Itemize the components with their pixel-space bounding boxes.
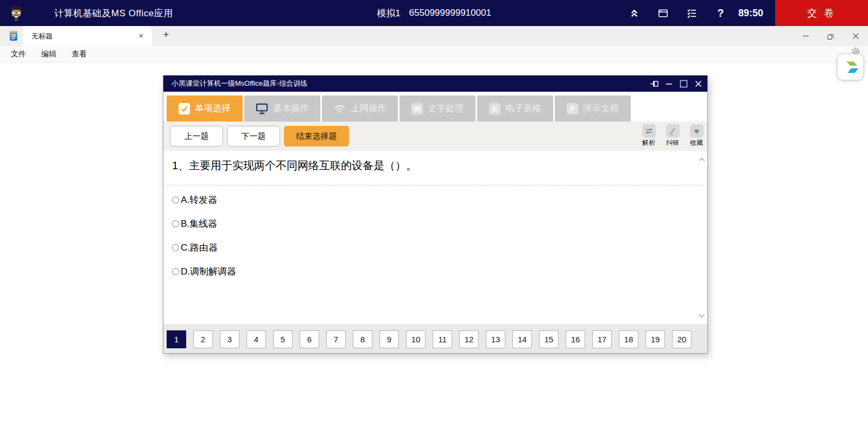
question-text: 1、主要用于实现两个不同网络互联的设备是（）。 xyxy=(163,151,707,174)
menu-edit[interactable]: 编辑 xyxy=(34,47,64,61)
question-nav-toolbar: 上一题 下一题 结束选择题 解析 xyxy=(163,122,707,151)
notepad-tabstrip: 无标题 × + xyxy=(0,26,868,46)
question-grid-cell[interactable]: 8 xyxy=(353,330,372,348)
menu-file[interactable]: 文件 xyxy=(3,47,34,61)
notepad-tab-title: 无标题 xyxy=(31,31,53,41)
notepad-tab[interactable]: 无标题 × xyxy=(23,26,152,46)
heart-icon xyxy=(690,124,704,138)
dialog-title-actions xyxy=(649,79,707,88)
question-grid-cell[interactable]: 2 xyxy=(193,330,213,348)
option-label: D.调制解调器 xyxy=(181,265,236,278)
radio-icon[interactable] xyxy=(172,220,179,227)
exam-session-info: 模拟1 6550999999910001 xyxy=(377,0,491,26)
tab-label: 单项选择 xyxy=(195,103,231,114)
option-label: B.集线器 xyxy=(181,218,217,230)
help-icon[interactable]: ? xyxy=(706,0,735,26)
dialog-close-icon[interactable] xyxy=(693,79,703,88)
question-grid-cell[interactable]: 7 xyxy=(326,330,346,348)
finish-choice-button[interactable]: 结束选择题 xyxy=(284,126,349,146)
question-grid-cell[interactable]: 10 xyxy=(406,330,426,348)
topbar-actions: ? 89:50 交 卷 xyxy=(620,0,868,26)
question-grid-cell[interactable]: 19 xyxy=(645,330,665,348)
menu-view[interactable]: 查看 xyxy=(64,47,94,61)
scroll-down-icon[interactable] xyxy=(699,310,705,320)
option-label: A.转发器 xyxy=(181,194,217,206)
option-c[interactable]: C.路由器 xyxy=(172,241,707,254)
pencil-icon xyxy=(666,124,680,138)
user-avatar-icon xyxy=(9,5,24,21)
monitor-icon xyxy=(256,103,268,114)
tool-label: 收藏 xyxy=(690,138,703,148)
question-grid-cell[interactable]: 17 xyxy=(592,330,612,348)
option-label: C.路由器 xyxy=(181,241,218,254)
next-question-button[interactable]: 下一题 xyxy=(227,126,280,146)
tab-close-icon[interactable]: × xyxy=(139,31,143,41)
question-grid-cell[interactable]: 3 xyxy=(220,330,239,348)
question-grid-cell[interactable]: 12 xyxy=(459,330,479,348)
question-grid-cell[interactable]: 13 xyxy=(486,330,505,348)
excel-icon: E xyxy=(489,103,500,114)
favorite-button[interactable]: 收藏 xyxy=(687,124,706,148)
prev-question-button[interactable]: 上一题 xyxy=(170,126,223,146)
tool-label: 纠错 xyxy=(666,138,679,148)
tab-internet-operation[interactable]: 上网操作 xyxy=(322,95,398,122)
dialog-title: 小黑课堂计算机一级MsOffice题库-综合训练 xyxy=(172,79,307,88)
dialog-minimize-icon[interactable] xyxy=(664,79,674,88)
question-grid-cell[interactable]: 6 xyxy=(300,330,319,348)
word-icon: W xyxy=(411,103,423,114)
tab-spreadsheet[interactable]: E 电子表格 xyxy=(477,95,553,122)
new-tab-button[interactable]: + xyxy=(160,29,173,41)
exam-topbar: 计算机基础及MS Office应用 模拟1 6550999999910001 ?… xyxy=(0,0,868,26)
question-grid-cell[interactable]: 15 xyxy=(539,330,559,348)
option-b[interactable]: B.集线器 xyxy=(172,218,707,230)
option-d[interactable]: D.调制解调器 xyxy=(172,265,707,278)
sliders-icon xyxy=(642,124,656,138)
close-icon[interactable] xyxy=(843,26,868,46)
question-grid-cell[interactable]: 5 xyxy=(273,330,293,348)
question-grid-cell[interactable]: 18 xyxy=(619,330,638,348)
tab-basic-operation[interactable]: 基本操作 xyxy=(244,95,320,122)
minimize-icon[interactable] xyxy=(793,26,818,46)
pin-icon[interactable] xyxy=(649,79,659,88)
question-grid-cell[interactable]: 14 xyxy=(512,330,532,348)
question-grid-cell[interactable]: 9 xyxy=(379,330,399,348)
scroll-up-icon[interactable] xyxy=(699,154,705,164)
question-grid-cell[interactable]: 20 xyxy=(672,330,692,348)
collapse-icon[interactable] xyxy=(620,0,649,26)
question-divider xyxy=(167,185,703,186)
radio-icon[interactable] xyxy=(172,244,179,251)
tab-presentation[interactable]: P 演示文稿 xyxy=(555,95,631,122)
dialog-maximize-icon[interactable] xyxy=(679,79,688,88)
restore-icon[interactable] xyxy=(818,26,843,46)
question-type-tabs: 单项选择 基本操作 上网操作 W xyxy=(163,92,707,122)
dialog-titlebar: 小黑课堂计算机一级MsOffice题库-综合训练 xyxy=(163,75,707,92)
tab-single-choice[interactable]: 单项选择 xyxy=(167,95,243,122)
radio-icon[interactable] xyxy=(172,196,179,203)
question-panel: 1、主要用于实现两个不同网络互联的设备是（）。 A.转发器 B.集线器 C.路由… xyxy=(163,151,707,324)
tool-label: 解析 xyxy=(642,138,655,148)
submit-exam-button[interactable]: 交 卷 xyxy=(775,0,868,26)
tab-label: 电子表格 xyxy=(505,103,541,114)
option-a[interactable]: A.转发器 xyxy=(172,194,707,206)
notepad-menubar: 文件 编辑 查看 xyxy=(0,46,868,62)
question-grid-cell[interactable]: 4 xyxy=(246,330,266,348)
analysis-button[interactable]: 解析 xyxy=(639,124,658,148)
question-number-grid: 1 2 3 4 5 6 7 8 9 10 11 12 13 14 15 16 1… xyxy=(163,324,707,353)
tab-label: 演示文稿 xyxy=(583,103,619,114)
floating-widget-logo[interactable] xyxy=(838,54,863,80)
question-tools: 解析 纠错 收藏 xyxy=(639,124,706,148)
ppt-icon: P xyxy=(567,103,578,114)
quiz-dialog: 小黑课堂计算机一级MsOffice题库-综合训练 xyxy=(163,75,708,354)
tab-label: 基本操作 xyxy=(273,103,309,114)
report-error-button[interactable]: 纠错 xyxy=(663,124,682,148)
tab-label: 文字处理 xyxy=(428,103,464,114)
check-icon xyxy=(179,103,190,114)
radio-icon[interactable] xyxy=(172,268,179,275)
notepad-app-icon xyxy=(8,30,20,42)
window-icon[interactable] xyxy=(649,0,677,26)
tab-word-processing[interactable]: W 文字处理 xyxy=(400,95,476,122)
checklist-icon[interactable] xyxy=(677,0,706,26)
question-grid-cell[interactable]: 1 xyxy=(167,330,186,348)
question-grid-cell[interactable]: 11 xyxy=(433,330,452,348)
question-grid-cell[interactable]: 16 xyxy=(566,330,585,348)
